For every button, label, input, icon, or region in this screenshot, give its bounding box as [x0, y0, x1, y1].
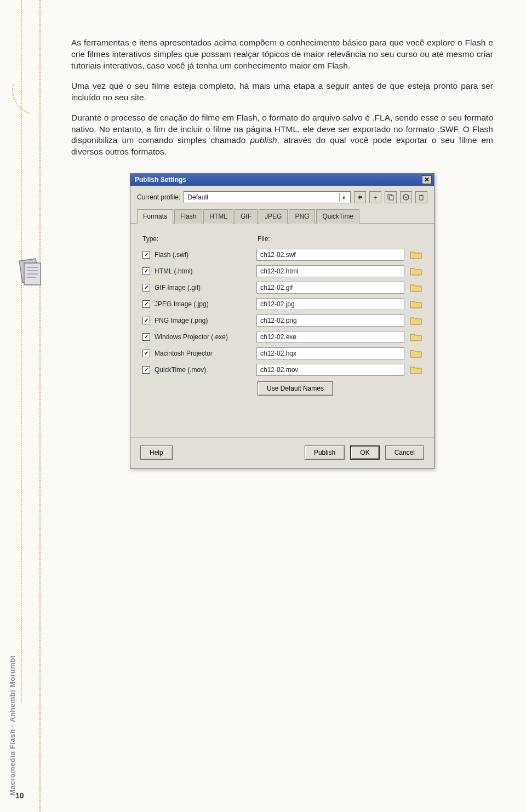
dialog-titlebar: Publish Settings ✕: [130, 174, 434, 186]
body-text: As ferramentas e itens apresentados acim…: [71, 37, 493, 469]
folder-icon[interactable]: [410, 283, 422, 293]
page-number: 10: [15, 791, 24, 800]
tab-jpeg[interactable]: JPEG: [259, 209, 288, 223]
checkbox[interactable]: ✓: [142, 284, 150, 291]
file-name-input[interactable]: ch12-02.mov: [256, 364, 404, 376]
format-row: ✓ JPEG Image (.jpg) ch12-02.jpg: [142, 298, 422, 310]
format-type-label: Flash (.swf): [155, 250, 256, 259]
checkbox[interactable]: ✓: [142, 251, 150, 259]
file-name-input[interactable]: ch12-02.hqx: [256, 347, 404, 359]
duplicate-profile-icon[interactable]: [385, 191, 397, 203]
checkbox[interactable]: ✓: [142, 317, 150, 324]
checkbox[interactable]: ✓: [142, 300, 150, 308]
svg-point-9: [405, 197, 407, 198]
tab-quicktime[interactable]: QuickTime: [316, 209, 359, 223]
folder-icon[interactable]: [410, 332, 422, 342]
help-button[interactable]: Help: [140, 445, 173, 460]
column-header-file: File:: [258, 235, 422, 243]
folder-icon[interactable]: [410, 250, 422, 260]
format-row: ✓ PNG Image (.png) ch12-02.png: [142, 314, 422, 327]
cancel-button[interactable]: Cancel: [385, 445, 424, 460]
paragraph-3: Durante o processo de criação do filme e…: [71, 112, 493, 158]
corner-arc: [3, 57, 71, 124]
paragraph-1: As ferramentas e itens apresentados acim…: [71, 37, 493, 72]
checkbox[interactable]: ✓: [142, 267, 150, 275]
paragraph-2: Uma vez que o seu filme esteja completo,…: [71, 81, 493, 104]
current-profile-label: Current profile:: [137, 193, 180, 202]
checkbox[interactable]: ✓: [142, 350, 150, 357]
file-name-input[interactable]: ch12-02.png: [256, 314, 404, 327]
format-row: ✓ GIF Image (.gif) ch12-02.gif: [142, 282, 422, 294]
file-name-input[interactable]: ch12-02.gif: [256, 282, 404, 294]
dialog-button-row: Help Publish OK Cancel: [130, 437, 434, 468]
svg-rect-7: [390, 196, 393, 200]
format-type-label: PNG Image (.png): [155, 316, 256, 325]
format-type-label: QuickTime (.mov): [155, 365, 256, 374]
vertical-book-title: Macromedia Flash - Anhembi Morumbi: [8, 655, 16, 796]
dialog-title: Publish Settings: [135, 175, 186, 184]
checkbox[interactable]: ✓: [142, 366, 150, 374]
tab-formats[interactable]: Formats: [137, 209, 173, 223]
profile-select[interactable]: Default ▾: [184, 191, 351, 203]
folder-icon[interactable]: [410, 299, 422, 309]
format-type-label: GIF Image (.gif): [155, 283, 256, 292]
format-type-label: JPEG Image (.jpg): [155, 300, 256, 308]
document-icon: [18, 258, 44, 287]
format-row: ✓ Macintosh Projector ch12-02.hqx: [142, 347, 422, 359]
format-row: ✓ HTML (.html) ch12-02.html: [142, 265, 422, 277]
add-profile-icon[interactable]: ＋: [369, 191, 381, 203]
profile-value: Default: [187, 193, 208, 202]
checkbox[interactable]: ✓: [142, 333, 150, 341]
folder-icon[interactable]: [410, 266, 422, 276]
profile-options-icon[interactable]: [400, 191, 412, 203]
use-default-names-button[interactable]: Use Default Names: [258, 381, 333, 396]
format-type-label: Windows Projector (.exe): [155, 333, 256, 341]
format-row: ✓ QuickTime (.mov) ch12-02.mov: [142, 364, 422, 376]
folder-icon[interactable]: [410, 365, 422, 375]
delete-profile-icon[interactable]: [415, 191, 427, 203]
folder-icon[interactable]: [410, 316, 422, 325]
chevron-down-icon: ▾: [339, 193, 348, 202]
tabs-bar: Formats Flash HTML GIF JPEG PNG QuickTim…: [130, 209, 434, 223]
close-icon[interactable]: ✕: [422, 175, 432, 184]
tab-html[interactable]: HTML: [203, 209, 233, 223]
file-name-input[interactable]: ch12-02.swf: [256, 249, 404, 261]
format-type-label: HTML (.html): [155, 267, 256, 276]
file-name-input[interactable]: ch12-02.exe: [256, 331, 404, 343]
format-row: ✓ Windows Projector (.exe) ch12-02.exe: [142, 331, 422, 343]
column-header-type: Type:: [142, 235, 258, 243]
import-export-icon[interactable]: [354, 191, 366, 203]
tab-flash[interactable]: Flash: [174, 209, 202, 223]
dotted-line-2: [39, 0, 41, 812]
format-type-label: Macintosh Projector: [155, 349, 256, 358]
tab-gif[interactable]: GIF: [235, 209, 258, 223]
tab-png[interactable]: PNG: [289, 209, 315, 223]
svg-rect-10: [420, 196, 423, 200]
file-name-input[interactable]: ch12-02.jpg: [256, 298, 404, 310]
format-row: ✓ Flash (.swf) ch12-02.swf: [142, 249, 422, 261]
ok-button[interactable]: OK: [350, 445, 379, 460]
formats-panel: Type: File: ✓ Flash (.swf) ch12-02.swf ✓…: [130, 224, 434, 437]
publish-settings-dialog: Publish Settings ✕ Current profile: Defa…: [130, 173, 434, 468]
folder-icon[interactable]: [410, 348, 422, 358]
file-name-input[interactable]: ch12-02.html: [256, 265, 404, 277]
publish-button[interactable]: Publish: [305, 445, 345, 460]
